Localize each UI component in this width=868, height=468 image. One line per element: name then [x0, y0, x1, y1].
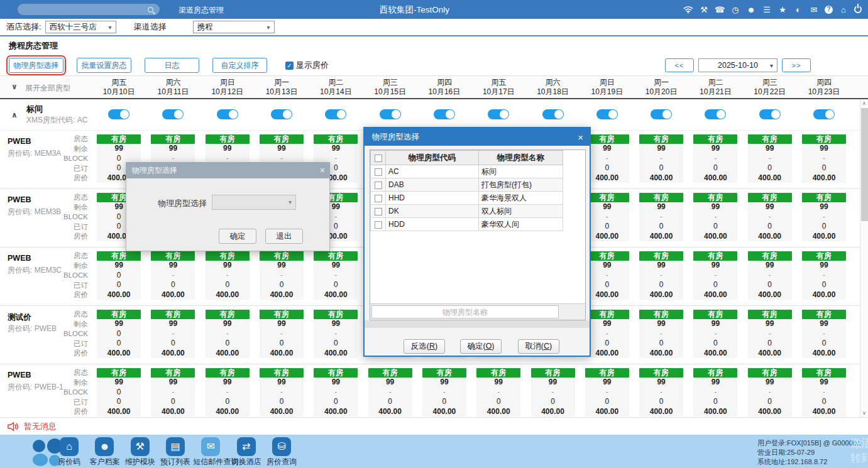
theme-icon[interactable]: ◐ [793, 4, 803, 14]
home-icon[interactable]: ⌂ [838, 4, 849, 14]
column-header-name[interactable]: 物理房型名称 [479, 151, 563, 165]
room-status-badge[interactable]: 有房 [260, 251, 304, 261]
global-search[interactable] [18, 4, 160, 15]
room-status-badge[interactable]: 有房 [97, 368, 141, 378]
room-status-badge[interactable]: 有房 [748, 310, 792, 319]
room-type-name-filter-input[interactable] [371, 305, 559, 318]
show-price-checkbox[interactable]: ✓ [285, 62, 294, 70]
room-status-badge[interactable]: 有房 [748, 368, 792, 378]
room-status-badge[interactable]: 有房 [693, 310, 737, 319]
room-status-badge[interactable]: 有房 [206, 251, 250, 261]
room-status-badge[interactable]: 有房 [151, 251, 195, 261]
room-status-badge[interactable]: 有房 [639, 193, 683, 202]
invert-selection-button[interactable]: 反选(R) [404, 339, 445, 354]
status-toggle[interactable] [217, 109, 238, 119]
room-status-badge[interactable]: 有房 [748, 193, 792, 202]
help-icon[interactable]: ? [825, 6, 833, 14]
room-status-badge[interactable]: 有房 [97, 310, 141, 319]
status-toggle[interactable] [813, 109, 835, 119]
room-status-badge[interactable]: 有房 [585, 251, 629, 261]
app-booking-list[interactable]: ▤预订列表 [158, 437, 193, 467]
room-status-badge[interactable]: 有房 [151, 134, 195, 144]
status-toggle[interactable] [380, 109, 401, 119]
status-toggle[interactable] [542, 109, 564, 119]
confirm-button[interactable]: 确定(O) [460, 339, 502, 354]
room-status-badge[interactable]: 有房 [260, 134, 304, 144]
room-status-badge[interactable]: 有房 [314, 251, 358, 261]
date-select[interactable]: 2025-10-10 ▾ [698, 58, 777, 72]
app-switch-hotel-icon[interactable]: ⇄ [237, 437, 256, 456]
toolbar-button-1[interactable]: 物理房型选择 [9, 58, 63, 73]
row-checkbox[interactable] [375, 182, 382, 189]
service-icon[interactable]: ◷ [730, 4, 740, 14]
room-status-badge[interactable]: 有房 [206, 134, 250, 144]
scrollbar-thumb[interactable] [861, 108, 868, 221]
room-status-badge[interactable]: 有房 [260, 310, 304, 319]
app-rate-code[interactable]: ⌂房价码 [52, 437, 87, 467]
room-status-badge[interactable]: 有房 [639, 134, 683, 144]
feedback-icon[interactable]: ☻ [746, 4, 756, 14]
room-status-badge[interactable]: 有房 [748, 251, 792, 261]
status-toggle[interactable] [759, 109, 781, 119]
room-status-badge[interactable]: 有房 [639, 368, 683, 378]
collapse-chevron-icon[interactable]: ∧ [11, 111, 18, 119]
next-date-button[interactable]: >> [782, 58, 811, 72]
tab-ctrip-room-status[interactable]: 携程房态管理 [9, 40, 58, 52]
hotel-select[interactable]: 西软十三号店 ▾ [45, 21, 116, 33]
room-status-badge[interactable]: 有房 [693, 251, 737, 261]
room-status-badge[interactable]: 有房 [151, 310, 195, 319]
app-sms-mail-query[interactable]: ✉短信邮件查询 [193, 437, 228, 467]
row-checkbox[interactable] [375, 208, 382, 215]
channel-select[interactable]: 携程 ▾ [193, 21, 275, 33]
scroll-down-icon[interactable]: ∨ [860, 409, 868, 417]
expand-all-chevron-icon[interactable]: ∨ [11, 82, 18, 91]
room-status-badge[interactable]: 有房 [585, 310, 629, 319]
status-toggle[interactable] [705, 109, 726, 119]
status-toggle[interactable] [596, 109, 618, 119]
show-price-label[interactable]: 显示房价 [296, 60, 329, 71]
room-status-badge[interactable]: 有房 [802, 134, 846, 144]
room-status-badge[interactable]: 有房 [206, 368, 250, 378]
room-status-badge[interactable]: 有房 [151, 368, 195, 378]
prev-date-button[interactable]: << [665, 58, 694, 72]
room-status-badge[interactable]: 有房 [368, 368, 412, 378]
room-status-badge[interactable]: 有房 [748, 134, 792, 144]
room-status-badge[interactable]: 有房 [97, 251, 141, 261]
room-status-badge[interactable]: 有房 [802, 251, 846, 261]
confirm-button[interactable]: 确定 [219, 229, 256, 244]
room-status-badge[interactable]: 有房 [314, 134, 358, 144]
room-status-badge[interactable]: 有房 [693, 193, 737, 202]
room-status-badge[interactable]: 有房 [260, 368, 304, 378]
app-booking-list-icon[interactable]: ▤ [166, 437, 185, 456]
app-sms-mail-query-icon[interactable]: ✉ [201, 437, 220, 456]
scroll-up-icon[interactable]: ∧ [860, 99, 868, 107]
room-status-badge[interactable]: 有房 [693, 134, 737, 144]
close-icon[interactable]: × [578, 132, 583, 143]
room-type-table-row[interactable]: HDD豪华双人间 [371, 218, 563, 231]
search-input[interactable] [23, 5, 148, 14]
wifi-icon[interactable] [683, 4, 693, 14]
status-toggle[interactable] [434, 109, 455, 119]
tools-icon[interactable]: ⚒ [699, 4, 709, 14]
room-status-badge[interactable]: 有房 [802, 310, 846, 319]
phone-icon[interactable]: ☎ [715, 4, 725, 14]
app-rate-query[interactable]: ⛁房价查询 [264, 437, 299, 467]
room-type-table-row[interactable]: HHD豪华海景双人 [371, 192, 563, 205]
app-rate-query-icon[interactable]: ⛁ [272, 437, 291, 456]
room-status-badge[interactable]: 有房 [97, 134, 141, 144]
room-status-badge[interactable]: 有房 [206, 310, 250, 319]
room-status-badge[interactable]: 有房 [531, 368, 575, 378]
room-status-badge[interactable]: 有房 [585, 368, 629, 378]
status-toggle[interactable] [271, 109, 292, 119]
app-maintenance[interactable]: ⚒维护模块 [123, 437, 158, 467]
status-toggle[interactable] [325, 109, 346, 119]
room-type-table-row[interactable]: DK双人标间 [371, 205, 563, 218]
room-status-badge[interactable]: 有房 [314, 368, 358, 378]
mail-icon[interactable]: ✉ [809, 4, 819, 14]
room-type-table-row[interactable]: AC标间 [371, 165, 563, 178]
room-status-badge[interactable]: 有房 [476, 368, 520, 378]
status-toggle[interactable] [488, 109, 509, 119]
dialog-title-bar[interactable]: 物理房型选择 × [126, 162, 330, 178]
room-type-select[interactable]: ▾ [212, 195, 296, 210]
column-header-code[interactable]: 物理房型代码 [386, 151, 479, 165]
